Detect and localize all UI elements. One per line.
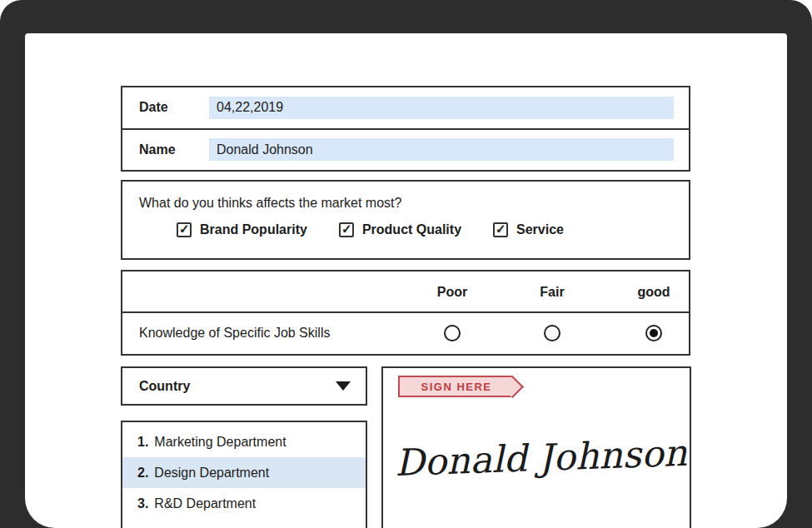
- date-name-table: Date 04,22,2019 Name Donald Johnson: [121, 86, 690, 172]
- list-item-label: Design Department: [154, 466, 269, 481]
- chevron-down-icon: [336, 381, 351, 391]
- rating-column-fair: Fair: [540, 271, 564, 313]
- radio-good[interactable]: [645, 325, 662, 341]
- list-item-number: 2.: [137, 466, 148, 481]
- list-item-design[interactable]: 2. Design Department: [122, 457, 366, 488]
- department-list: 1. Marketing Department 2. Design Depart…: [121, 421, 367, 528]
- date-input[interactable]: 04,22,2019: [209, 97, 674, 119]
- market-question-text: What do you thinks affects the market mo…: [139, 196, 689, 211]
- date-row: Date 04,22,2019: [122, 87, 689, 128]
- signature-text: Donald Johnson: [394, 431, 687, 484]
- name-input[interactable]: Donald Johnson: [209, 138, 674, 161]
- rating-header: Poor Fair good: [122, 271, 689, 313]
- list-item-label: Marketing Department: [154, 435, 286, 450]
- list-item-label: R&D Department: [154, 496, 256, 511]
- option-label: Product Quality: [362, 222, 461, 237]
- list-item-marketing[interactable]: 1. Marketing Department: [122, 426, 366, 457]
- name-row: Name Donald Johnson: [122, 128, 689, 171]
- rating-table: Poor Fair good Knowledge of Specific Job…: [121, 270, 690, 356]
- country-dropdown[interactable]: Country: [121, 366, 367, 406]
- name-label: Name: [139, 142, 209, 157]
- list-item-rnd[interactable]: 3. R&D Department: [122, 488, 366, 519]
- signature-area[interactable]: SIGN HERE Donald Johnson: [381, 366, 691, 528]
- device-frame: Date 04,22,2019 Name Donald Johnson What…: [0, 0, 812, 528]
- option-product-quality[interactable]: Product Quality: [339, 222, 461, 237]
- checkbox-icon[interactable]: [177, 222, 192, 237]
- checkbox-icon[interactable]: [339, 222, 354, 237]
- document-screen: Date 04,22,2019 Name Donald Johnson What…: [25, 33, 787, 528]
- list-item-number: 3.: [137, 496, 148, 511]
- option-service[interactable]: Service: [493, 222, 564, 237]
- rating-row-label: Knowledge of Specific Job Skills: [139, 326, 330, 341]
- market-options: Brand Popularity Product Quality Service: [177, 222, 689, 237]
- radio-poor[interactable]: [444, 325, 461, 341]
- sign-here-badge: SIGN HERE: [398, 376, 513, 397]
- rating-column-good: good: [637, 271, 670, 313]
- rating-row: Knowledge of Specific Job Skills: [122, 313, 689, 352]
- option-label: Brand Popularity: [200, 222, 307, 237]
- list-item-number: 1.: [137, 435, 148, 450]
- market-question-box: What do you thinks affects the market mo…: [121, 180, 690, 260]
- country-dropdown-label: Country: [139, 379, 190, 394]
- rating-column-poor: Poor: [437, 271, 467, 313]
- option-label: Service: [516, 222, 564, 237]
- option-brand-popularity[interactable]: Brand Popularity: [177, 222, 307, 237]
- checkbox-icon[interactable]: [493, 222, 508, 237]
- date-label: Date: [139, 100, 209, 115]
- radio-fair[interactable]: [544, 325, 560, 341]
